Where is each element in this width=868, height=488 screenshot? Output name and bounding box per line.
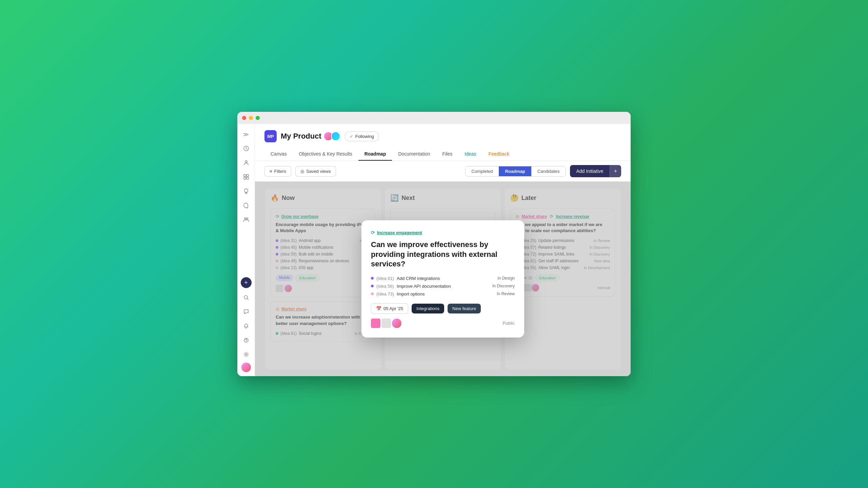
tag-integrations[interactable]: Integrations — [412, 304, 444, 313]
product-logo: MP — [264, 130, 277, 142]
avatar-2 — [331, 131, 340, 141]
modal-goal-row: ⟳ Increase engagement — [371, 230, 515, 235]
sidebar-dashboard-icon[interactable] — [240, 142, 252, 155]
modal-idea-crm: (Idea 61) Add CRM integrations In Design — [371, 276, 515, 281]
svg-point-11 — [245, 354, 247, 355]
modal-ideas: (Idea 61) Add CRM integrations In Design… — [371, 276, 515, 297]
tab-ideas[interactable]: Ideas — [458, 148, 482, 161]
tag-new-feature[interactable]: New feature — [448, 304, 481, 313]
modal-date: 05 Apr '25 — [383, 306, 403, 311]
eye-icon: ◎ — [300, 169, 304, 174]
fullscreen-dot[interactable] — [256, 116, 260, 120]
modal-avatar-pink — [371, 319, 380, 328]
sidebar-add-button[interactable]: + — [241, 277, 252, 288]
sidebar-chat-icon[interactable] — [240, 306, 252, 318]
add-initiative-label: Add Initiative — [570, 165, 609, 177]
calendar-icon: 📅 — [376, 306, 381, 311]
app-body: ≫ + — [237, 124, 631, 376]
sidebar-search-icon[interactable] — [240, 291, 252, 304]
add-initiative-button[interactable]: Add Initiative + — [570, 165, 621, 177]
view-switcher: Completed Roadmap Candidates — [465, 166, 566, 177]
sidebar: ≫ + — [237, 124, 255, 376]
modal-goal-link[interactable]: Increase engagement — [377, 230, 422, 235]
titlebar — [237, 112, 631, 124]
sidebar-people-icon[interactable] — [240, 214, 252, 226]
visibility-label: Public — [503, 321, 515, 326]
tab-canvas[interactable]: Canvas — [264, 148, 293, 161]
svg-point-10 — [246, 341, 246, 342]
tab-documentation[interactable]: Documentation — [392, 148, 436, 161]
sidebar-user-avatar[interactable] — [241, 363, 251, 372]
tab-okr[interactable]: Objectives & Key Results — [293, 148, 358, 161]
app-window: ≫ + — [237, 112, 631, 376]
modal-footer2: Public — [371, 319, 515, 328]
sidebar-settings-icon[interactable] — [240, 348, 252, 361]
svg-point-7 — [246, 218, 248, 220]
following-button[interactable]: ✓ Following — [344, 131, 379, 141]
view-roadmap-button[interactable]: Roadmap — [499, 166, 531, 176]
product-row: MP My Product ✓ Following — [264, 130, 621, 142]
saved-views-button[interactable]: ◎ Saved views — [295, 166, 336, 177]
filters-button[interactable]: ≡ Filters — [264, 166, 291, 177]
svg-point-1 — [245, 161, 247, 163]
tab-roadmap[interactable]: Roadmap — [358, 148, 392, 161]
view-completed-button[interactable]: Completed — [466, 166, 499, 176]
main-content: MP My Product ✓ Following Canvas Objecti… — [255, 124, 631, 376]
modal-idea-import: (Idea 73) Import options In Review — [371, 291, 515, 297]
modal-title: Can we improve effectiveness by providin… — [371, 240, 515, 269]
filters-label: Filters — [274, 169, 286, 174]
header: MP My Product ✓ Following Canvas Objecti… — [255, 124, 631, 161]
filter-icon: ≡ — [270, 169, 272, 174]
sidebar-collapse-icon[interactable]: ≫ — [240, 128, 252, 140]
modal-card: ⟳ Increase engagement Can we improve eff… — [361, 220, 524, 338]
sidebar-team-icon[interactable] — [240, 157, 252, 169]
sidebar-bulb-icon[interactable] — [240, 185, 252, 197]
close-dot[interactable] — [242, 116, 246, 120]
svg-rect-4 — [244, 177, 246, 179]
nav-tabs: Canvas Objectives & Key Results Roadmap … — [264, 148, 621, 161]
modal-footer: 📅 05 Apr '25 Integrations New feature — [371, 303, 515, 314]
modal-avatar-gray — [381, 319, 391, 328]
sidebar-bell-icon[interactable] — [240, 320, 252, 332]
modal-avatar-circle — [392, 319, 401, 328]
board: 🔥 Now ⟳ Grow our userbase Encourage mobi… — [255, 182, 631, 376]
following-label: Following — [355, 134, 374, 139]
tab-feedback[interactable]: Feedback — [482, 148, 515, 161]
saved-views-label: Saved views — [306, 169, 331, 174]
svg-rect-3 — [246, 175, 249, 177]
following-check-icon: ✓ — [350, 134, 353, 139]
modal-overlay[interactable]: ⟳ Increase engagement Can we improve eff… — [255, 182, 631, 376]
toolbar: ≡ Filters ◎ Saved views Completed Roadma… — [255, 161, 631, 182]
modal-date-chip[interactable]: 📅 05 Apr '25 — [371, 303, 408, 314]
svg-rect-2 — [244, 175, 246, 177]
modal-idea-api: (Idea 56) Improve API documentation In D… — [371, 284, 515, 289]
collaborator-avatars — [326, 131, 340, 141]
add-initiative-plus-icon: + — [610, 165, 621, 177]
sidebar-grid-icon[interactable] — [240, 171, 252, 183]
view-candidates-button[interactable]: Candidates — [531, 166, 566, 176]
svg-rect-5 — [246, 177, 249, 179]
sidebar-feedback-icon[interactable] — [240, 199, 252, 211]
minimize-dot[interactable] — [249, 116, 253, 120]
svg-point-6 — [244, 218, 246, 220]
modal-avatars — [371, 319, 401, 328]
product-name: My Product — [281, 132, 321, 141]
tab-files[interactable]: Files — [436, 148, 459, 161]
sidebar-help-icon[interactable] — [240, 334, 252, 346]
